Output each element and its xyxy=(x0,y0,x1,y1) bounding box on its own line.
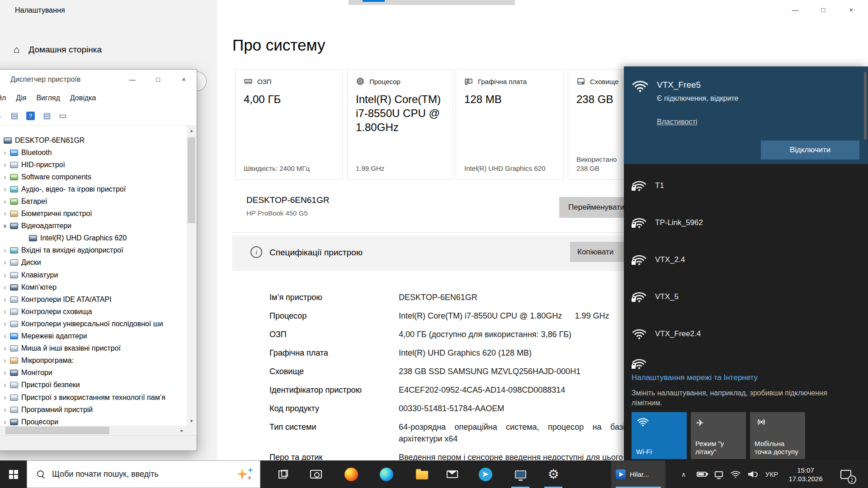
list-view-icon[interactable]: ▤ xyxy=(10,111,18,121)
tree-item-storage-controllers[interactable]: ›Контролери сховища xyxy=(0,305,187,318)
minimize-button[interactable]: — xyxy=(119,70,145,89)
file-explorer-button[interactable] xyxy=(408,460,435,488)
chevron-right-icon[interactable]: › xyxy=(1,210,9,217)
chevron-right-icon[interactable]: › xyxy=(1,198,9,205)
tree-item-desktop-root[interactable]: ∨DESKTOP-6EN61GR xyxy=(0,134,187,146)
tree-item-bluetooth[interactable]: ›Bluetooth xyxy=(0,146,187,159)
wifi-tile[interactable]: Wi-Fi xyxy=(632,412,687,459)
edge-app-button[interactable] xyxy=(373,460,400,488)
search-input[interactable] xyxy=(52,469,235,479)
tree-item-software-device[interactable]: ›Програмний пристрій xyxy=(0,404,187,416)
taskbar-search[interactable] xyxy=(27,460,260,488)
scan-hardware-icon[interactable]: ▭ xyxy=(59,111,66,121)
scroll-left-icon[interactable]: ◄ xyxy=(0,426,3,435)
volume-tray-button[interactable] xyxy=(744,460,761,488)
menu-view[interactable]: Вигляд xyxy=(31,94,65,102)
airplane-mode-tile[interactable]: ✈ Режим "у літаку" xyxy=(691,412,746,459)
tree-item-audio-video-game[interactable]: ›Аудіо-, відео- та ігрові пристрої xyxy=(0,183,187,195)
language-indicator[interactable]: УКР xyxy=(761,460,782,488)
wifi-network-item[interactable]: VTX_5 xyxy=(624,284,868,310)
device-tray-button[interactable] xyxy=(711,460,727,488)
chevron-right-icon[interactable]: › xyxy=(1,296,9,303)
tree-item-firmware[interactable]: ›Мікропрограма: xyxy=(0,355,187,367)
chevron-right-icon[interactable]: › xyxy=(1,381,9,389)
tree-item-keyboards[interactable]: ›Клавіатури xyxy=(0,269,187,281)
chevron-right-icon[interactable]: › xyxy=(1,418,9,426)
chevron-right-icon[interactable]: › xyxy=(1,149,9,156)
help-icon[interactable]: ? xyxy=(26,112,35,120)
wifi-network-item-partial[interactable] xyxy=(624,358,868,370)
wifi-network-item[interactable]: VTX_Free2.4 xyxy=(624,321,868,347)
flyout-scrollbar-thumb[interactable] xyxy=(864,72,867,140)
disconnect-button[interactable]: Відключити xyxy=(761,141,859,160)
tree-item-usb-controllers[interactable]: ›Контролери універсальної послідовної ши xyxy=(0,318,187,330)
network-tray-button[interactable] xyxy=(727,460,744,488)
tree-item-security-devices[interactable]: ›Пристрої безпеки xyxy=(0,379,187,391)
tree-item-network-adapters[interactable]: ›Мережеві адаптери xyxy=(0,330,187,343)
scroll-up-icon[interactable]: ▲ xyxy=(187,126,196,135)
scrollbar-thumb[interactable] xyxy=(5,427,109,434)
chevron-right-icon[interactable]: › xyxy=(1,369,9,376)
chevron-right-icon[interactable]: › xyxy=(1,308,9,315)
chevron-down-icon[interactable]: ∨ xyxy=(0,137,3,144)
tree-item-biometric[interactable]: ›Біометричні пристрої xyxy=(0,208,187,220)
camera-app-button[interactable] xyxy=(302,460,330,488)
properties-link[interactable]: Властивості xyxy=(657,118,697,126)
device-manager-taskbar-button[interactable] xyxy=(507,460,534,488)
tree-item-memory-devices[interactable]: ›Пристрої з використанням технології пам… xyxy=(0,391,187,404)
chevron-right-icon[interactable]: › xyxy=(1,272,9,279)
chevron-right-icon[interactable]: › xyxy=(1,284,9,291)
telegram-app-button[interactable] xyxy=(472,460,499,488)
tree-item-audio-io[interactable]: ›Вхідні та вихідні аудіопристрої xyxy=(0,244,187,257)
tree-item-intel-uhd-620[interactable]: Intel(R) UHD Graphics 620 xyxy=(0,232,187,244)
mobile-hotspot-tile[interactable]: Мобільна точка доступу xyxy=(750,412,805,459)
forward-arrow-icon[interactable]: → xyxy=(0,111,2,121)
wifi-network-item[interactable]: T1 xyxy=(624,173,868,198)
chevron-right-icon[interactable]: › xyxy=(1,345,9,352)
chevron-down-icon[interactable]: ∨ xyxy=(1,222,9,230)
maximize-button[interactable]: □ xyxy=(809,0,837,19)
chevron-right-icon[interactable]: › xyxy=(1,161,9,169)
tree-item-processors[interactable]: ›Процесори xyxy=(0,416,187,426)
chevron-right-icon[interactable]: › xyxy=(1,406,9,413)
network-settings-link[interactable]: Налаштування мережі та Інтернету xyxy=(632,373,758,382)
tray-overflow-button[interactable]: ∧ xyxy=(675,460,692,488)
chevron-right-icon[interactable]: › xyxy=(1,186,9,193)
firefox-app-button[interactable] xyxy=(338,460,365,488)
chevron-right-icon[interactable]: › xyxy=(1,247,9,254)
action-center-button[interactable]: 2 xyxy=(832,460,860,488)
tree-item-disks[interactable]: ›Диски xyxy=(0,257,187,269)
task-view-button[interactable] xyxy=(269,460,297,488)
settings-taskbar-button[interactable]: ⚙ xyxy=(540,460,567,488)
chevron-right-icon[interactable]: › xyxy=(1,333,9,340)
minimize-button[interactable]: — xyxy=(781,0,809,19)
tree-item-monitors[interactable]: ›Монітори xyxy=(0,367,187,379)
tree-item-computer[interactable]: ›Комп’ютер xyxy=(0,281,187,293)
tree-item-display-adapters[interactable]: ∨Відеоадаптери xyxy=(0,220,187,232)
wifi-network-item[interactable]: VTX_2.4 xyxy=(624,247,868,272)
chevron-right-icon[interactable]: › xyxy=(1,320,9,328)
mail-app-button[interactable] xyxy=(439,460,466,488)
tree-item-hid-devices[interactable]: ›HID-пристрої xyxy=(0,159,187,171)
vertical-scrollbar[interactable]: ▲ ▼ xyxy=(187,126,196,426)
horizontal-scrollbar[interactable]: ◄ ► xyxy=(0,426,187,435)
scrollbar-thumb[interactable] xyxy=(188,137,195,223)
close-button[interactable]: × xyxy=(171,70,197,89)
chevron-right-icon[interactable]: › xyxy=(1,259,9,266)
close-button[interactable]: × xyxy=(837,0,865,19)
scroll-right-icon[interactable]: ► xyxy=(177,426,187,435)
menu-help[interactable]: Довідка xyxy=(65,94,101,102)
tree-item-mice[interactable]: ›Миша й інші вказівні пристрої xyxy=(0,343,187,355)
properties-icon[interactable]: ▤ xyxy=(43,111,51,121)
tray-app-button[interactable]: Hilar... xyxy=(611,460,665,488)
maximize-button[interactable]: □ xyxy=(145,70,171,89)
scroll-down-icon[interactable]: ▼ xyxy=(187,416,196,426)
chevron-right-icon[interactable]: › xyxy=(1,174,9,181)
menu-action[interactable]: Дія xyxy=(11,94,31,102)
start-button[interactable] xyxy=(0,460,27,488)
wifi-network-item[interactable]: TP-Link_5962 xyxy=(624,210,868,235)
tree-item-software-components[interactable]: ›Software components xyxy=(0,171,187,183)
chevron-right-icon[interactable]: › xyxy=(1,357,9,364)
chevron-right-icon[interactable]: › xyxy=(1,394,9,401)
battery-tray-button[interactable] xyxy=(693,460,710,488)
